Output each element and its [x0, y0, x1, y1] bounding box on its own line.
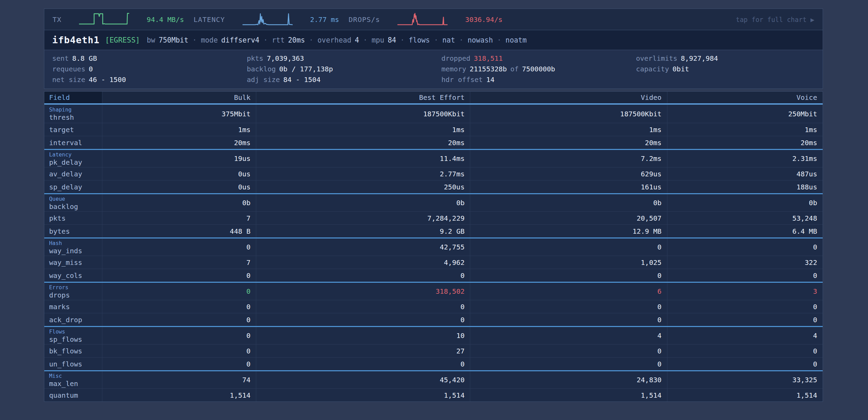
table-row-pkts: pkts77,284,22920,50753,248: [44, 211, 823, 224]
field-stack: pkts: [49, 214, 66, 222]
field-name: interval: [49, 139, 82, 147]
field-cell: Miscmax_len: [44, 371, 102, 388]
flag-nowash: nowash: [467, 36, 493, 44]
param-label-rtt: rtt: [272, 36, 284, 44]
drops-value: 3036.94/s: [465, 15, 502, 24]
field-name: way_inds: [49, 247, 82, 255]
field-name: thresh: [49, 113, 74, 121]
cell-value: 0: [667, 238, 823, 256]
stat-backlog: backlog0b / 177,138p: [247, 64, 434, 74]
field-stack: interval: [49, 139, 82, 147]
stat-label: overlimits: [636, 54, 677, 62]
cell-value: 161us: [470, 180, 667, 193]
cell-value: 1,514: [470, 389, 667, 401]
field-stack: way_cols: [49, 271, 82, 280]
param-value-bw: 750Mbit: [159, 36, 188, 44]
param-label-mpu: mpu: [372, 36, 384, 44]
field-cell: quantum: [44, 389, 102, 401]
field-stack: Errorsdrops: [49, 284, 70, 299]
cell-value: 0: [470, 300, 667, 313]
stat-capacity: capacity0bit: [636, 64, 823, 74]
metric-tx: TX94.4 MB/s: [53, 12, 184, 27]
cell-value: 0: [470, 358, 667, 370]
field-cell: ack_drop: [44, 313, 102, 326]
stat-label: sent: [52, 54, 69, 62]
cell-value: 7: [102, 256, 256, 269]
cell-value: 0: [102, 327, 256, 344]
stat-extra-label: of: [510, 65, 519, 73]
interface-name: ifb4eth1: [52, 35, 100, 45]
cell-value: 20ms: [102, 136, 256, 149]
cell-value: 19us: [102, 150, 256, 167]
cell-value: 42,755: [256, 238, 470, 256]
field-name: way_cols: [49, 271, 82, 280]
group-label-misc: Misc: [49, 373, 78, 380]
tx-sparkline-chart: [79, 12, 129, 27]
cell-value: 375Mbit: [102, 105, 256, 123]
field-name: sp_flows: [49, 335, 82, 343]
cell-value: 33,325: [667, 371, 823, 388]
separator-dot: ·: [434, 36, 438, 44]
param-label-overhead: overhead: [317, 36, 351, 44]
cell-value: 250Mbit: [667, 105, 823, 123]
drops-sparkline-chart: [397, 12, 448, 27]
group-label-latency: Latency: [49, 152, 82, 158]
stat-value: 46 - 1500: [89, 75, 126, 84]
stat-extra-value: 7500000b: [522, 65, 555, 73]
stat-value: 318,511: [474, 54, 503, 62]
table-row-bk_flows: bk_flows02700: [44, 344, 823, 357]
stat-overlimits: overlimits8,927,984: [636, 53, 823, 64]
stats-grid-col-2: dropped318,511memory21155328bof7500000bh…: [433, 53, 628, 85]
separator-dot: ·: [263, 36, 268, 44]
field-stack: marks: [49, 303, 70, 311]
field-cell: un_flows: [44, 358, 102, 370]
stat-value: 21155328b: [470, 65, 507, 73]
top-metrics-bar[interactable]: TX94.4 MB/sLATENCY2.77 msDROPS/s3036.94/…: [44, 9, 823, 30]
flag-noatm: noatm: [506, 36, 527, 44]
cell-value: 487us: [667, 167, 823, 180]
cell-value: 7: [102, 212, 256, 224]
stat-value: 7,039,363: [267, 54, 304, 62]
cell-value: 6: [470, 283, 667, 300]
cell-value: 0: [470, 345, 667, 357]
param-value-rtt: 20ms: [288, 36, 305, 44]
cell-value: 1,514: [667, 389, 823, 401]
latency-value: 2.77 ms: [310, 15, 339, 24]
field-stack: quantum: [49, 391, 78, 399]
param-label-bw: bw: [147, 36, 155, 44]
cell-value: 53,248: [667, 212, 823, 224]
stat-value: 84 - 1504: [283, 75, 320, 84]
cell-value: 0: [667, 269, 823, 282]
page-container: TX94.4 MB/sLATENCY2.77 msDROPS/s3036.94/…: [44, 9, 823, 402]
stat-memory: memory21155328bof7500000b: [441, 64, 628, 74]
cell-value: 24,830: [470, 371, 667, 388]
cell-value: 0: [470, 269, 667, 282]
field-cell: way_miss: [44, 256, 102, 269]
drops-label: DROPS/s: [349, 15, 380, 24]
field-name: max_len: [49, 380, 78, 388]
cell-value: 1ms: [102, 123, 256, 136]
cell-value: 0: [102, 313, 256, 326]
group-label-queue: Queue: [49, 196, 78, 202]
stat-sent: sent8.8 GB: [52, 53, 239, 64]
cell-value: 0: [102, 238, 256, 256]
stat-requeues: requeues0: [52, 64, 239, 74]
tap-for-full-chart-link[interactable]: tap for full chart ▶: [736, 16, 814, 23]
tin-stats-table: Field Bulk Best Effort Video Voice Shapi…: [44, 91, 823, 402]
cell-value: 6.4 MB: [667, 225, 823, 237]
table-row-drops: Errorsdrops0318,50263: [44, 282, 823, 300]
stat-label: dropped: [441, 54, 470, 62]
separator-dot: ·: [363, 36, 367, 44]
field-stack: Flowssp_flows: [49, 328, 82, 343]
table-row-sp_flows: Flowssp_flows01044: [44, 326, 823, 344]
param-value-mode: diffserv4: [221, 36, 259, 44]
field-cell: Errorsdrops: [44, 283, 102, 300]
tx-value: 94.4 MB/s: [147, 15, 184, 24]
field-name: quantum: [49, 391, 78, 399]
stat-value: 0b / 177,138p: [279, 65, 333, 73]
direction-badge: [EGRESS]: [105, 36, 140, 44]
field-stack: Miscmax_len: [49, 372, 78, 388]
cell-value: 0: [256, 300, 470, 313]
table-row-sp_delay: sp_delay0us250us161us188us: [44, 180, 823, 193]
cell-value: 187500Kbit: [256, 105, 470, 123]
